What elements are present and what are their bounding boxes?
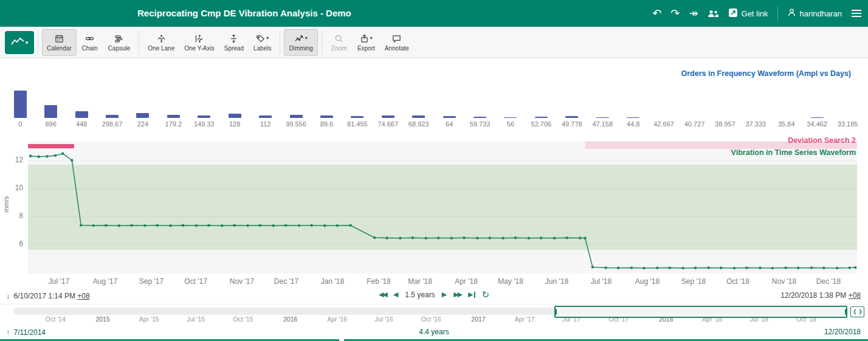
freq-category: 33.185 xyxy=(832,118,863,129)
toolbar-annotate-button[interactable]: Annotate xyxy=(380,29,414,56)
scrollbar-selection[interactable] xyxy=(554,306,847,318)
freq-tick-label: 81.455 xyxy=(347,120,368,129)
x-tick-label: Sep '17 xyxy=(139,277,164,286)
x-tick-label: Feb '18 xyxy=(367,277,391,286)
trend-plot-area[interactable] xyxy=(28,141,857,274)
user-icon xyxy=(787,8,796,19)
trend-icon xyxy=(11,36,24,49)
freq-category: 128 xyxy=(219,114,250,129)
freq-category: 34.462 xyxy=(802,117,832,129)
toolbar-labels-button[interactable]: ▾Labels xyxy=(249,29,276,56)
get-link-button[interactable]: Get link xyxy=(728,8,768,19)
chain-icon xyxy=(85,33,94,44)
frequency-chart-title[interactable]: Orders in Frequency Waveform (Ampl vs Da… xyxy=(681,69,851,78)
freq-category: 179.2 xyxy=(158,115,188,129)
timeline-tick-label: Oct '15 xyxy=(233,315,253,323)
x-tick-label: Apr '18 xyxy=(455,277,478,286)
toolbar-zoom-button: Zoom xyxy=(326,29,353,56)
timeline-tick-label: Jul '16 xyxy=(375,315,393,323)
freq-bar[interactable] xyxy=(320,115,333,118)
x-tick-label: May '18 xyxy=(498,277,523,286)
refresh-icon[interactable]: ↻ xyxy=(482,290,490,299)
toolbar-capsule-button[interactable]: Capsule xyxy=(103,29,136,56)
freq-tick-label: 128 xyxy=(229,120,240,129)
forward-all-icon[interactable]: ↠ xyxy=(689,8,698,19)
freq-tick-label: 33.185 xyxy=(838,120,858,129)
freq-bar[interactable] xyxy=(596,117,609,118)
toolbar-chain-button[interactable]: Chain xyxy=(77,29,103,56)
freq-bar[interactable] xyxy=(811,117,824,118)
step-back-full-icon[interactable]: ◀◀ xyxy=(379,291,387,298)
freq-bar[interactable] xyxy=(44,105,57,118)
timeline-tick-label: Oct '16 xyxy=(421,315,441,323)
x-tick-label: Nov '17 xyxy=(230,277,254,286)
freq-tick-label: 34.462 xyxy=(807,120,827,129)
full-range-start[interactable]: 7/11/2014 xyxy=(14,328,46,337)
freq-tick-label: 40.727 xyxy=(684,120,705,129)
range-end-timezone[interactable]: +08 xyxy=(849,291,861,300)
get-link-icon xyxy=(728,8,738,19)
freq-bar[interactable] xyxy=(75,111,88,118)
trend-view-dropdown[interactable]: ▾ xyxy=(5,31,34,54)
timeline-scrollbar: Oct '142015Apr '15Jul '15Oct '152016Apr … xyxy=(0,304,868,326)
freq-bar[interactable] xyxy=(351,116,363,118)
freq-bar[interactable] xyxy=(474,117,486,118)
username: harindharan xyxy=(800,9,842,18)
freq-bar[interactable] xyxy=(535,117,548,118)
expand-range-button[interactable] xyxy=(850,306,864,317)
redo-icon[interactable]: ↷ xyxy=(670,8,680,19)
range-end[interactable]: 12/20/2018 1:38 PM +08 xyxy=(780,291,861,300)
freq-bar[interactable] xyxy=(259,115,272,118)
toolbar-export-button[interactable]: ▾Export xyxy=(353,29,380,56)
x-tick-label: Oct '17 xyxy=(184,277,207,286)
toolbar-one-y-axis-button[interactable]: One Y-Axis xyxy=(179,29,219,56)
freq-bar[interactable] xyxy=(106,115,119,118)
full-range-end[interactable]: 12/20/2018 xyxy=(824,328,861,336)
freq-category: 149.33 xyxy=(189,115,219,129)
freq-tick-label: 64 xyxy=(446,120,453,129)
toolbar-button-label: Dimming xyxy=(289,45,312,52)
range-end-text: 12/20/2018 1:38 PM xyxy=(780,291,846,300)
step-forward-full-icon[interactable]: ▶▶ xyxy=(453,291,461,298)
freq-bar[interactable] xyxy=(443,116,456,118)
legend-vibration-signal[interactable]: Vibration in Time Series Waveform xyxy=(731,146,856,159)
toolbar-dimming-button[interactable]: ▾Dimming xyxy=(284,29,317,56)
freq-bar[interactable] xyxy=(198,115,210,118)
vibration-series xyxy=(28,141,857,274)
range-start-arrow-icon[interactable]: ↓ xyxy=(6,291,10,300)
legend-deviation-search[interactable]: Deviation Search 2 xyxy=(731,134,856,146)
freq-tick-label: 56 xyxy=(507,120,514,129)
toolbar-calendar-button[interactable]: Calendar xyxy=(42,29,77,56)
freq-bar[interactable] xyxy=(290,115,303,118)
range-start-timezone[interactable]: +08 xyxy=(77,292,89,300)
freq-category: 49.778 xyxy=(557,116,587,129)
freq-bar[interactable] xyxy=(229,114,241,118)
freq-category: 298.67 xyxy=(97,115,127,129)
timeline-tick-label: 2015 xyxy=(95,315,109,323)
freq-bar[interactable] xyxy=(382,115,394,118)
freq-category: 64 xyxy=(434,116,464,129)
hamburger-menu-icon[interactable] xyxy=(851,9,862,18)
timeline-tick-label: 2017 xyxy=(471,315,485,323)
freq-bar[interactable] xyxy=(412,115,425,118)
range-duration[interactable]: 1.5 years xyxy=(405,291,435,299)
step-forward-half-icon[interactable]: ▶ xyxy=(442,291,447,298)
range-start[interactable]: 6/10/2017 1:14 PM +08 xyxy=(14,292,90,300)
access-users-icon[interactable] xyxy=(708,9,719,18)
user-profile-button[interactable]: harindharan xyxy=(787,8,842,19)
freq-bar[interactable] xyxy=(14,91,27,118)
chevron-down-icon: ▾ xyxy=(370,36,373,41)
step-to-end-icon[interactable]: ▶ xyxy=(468,291,475,298)
full-range-start-arrow-icon[interactable]: ↑ xyxy=(6,328,10,337)
x-tick-label: Nov '18 xyxy=(772,277,796,286)
undo-icon[interactable]: ↶ xyxy=(652,8,661,19)
freq-tick-label: 89.6 xyxy=(320,120,333,129)
toolbar-spread-button[interactable]: Spread xyxy=(219,29,249,56)
toolbar-one-lane-button[interactable]: One Lane xyxy=(143,29,179,56)
freq-bar[interactable] xyxy=(504,117,517,118)
freq-bar[interactable] xyxy=(167,115,180,118)
step-back-half-icon[interactable]: ◀ xyxy=(393,291,398,298)
freq-bar[interactable] xyxy=(136,113,149,118)
freq-bar[interactable] xyxy=(627,117,639,118)
freq-bar[interactable] xyxy=(565,116,578,118)
